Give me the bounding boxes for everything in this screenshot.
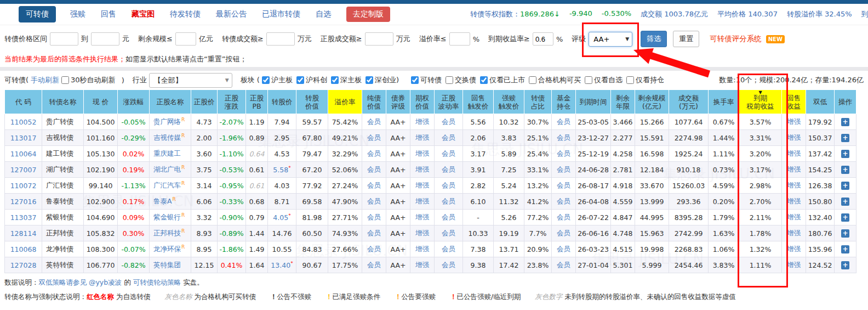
checkbox-沪主板[interactable]: 沪主板	[262, 75, 293, 85]
col-header-vol[interactable]: 正股 波动率	[435, 90, 463, 114]
stock-link[interactable]: 紫金银行	[153, 213, 181, 221]
bond-amount-input[interactable]	[266, 32, 295, 46]
fund-link[interactable]: 会员	[557, 149, 570, 157]
fund-link[interactable]: 会员	[557, 197, 570, 205]
code-link[interactable]: 113017	[10, 134, 37, 142]
opt-link[interactable]: 增强	[415, 213, 429, 221]
opt-link[interactable]: 增强	[415, 133, 429, 142]
checkbox-可转债[interactable]: 可转债	[411, 75, 442, 85]
col-header-pb[interactable]: 正股 PB	[246, 90, 268, 114]
vol-link[interactable]: 会员	[442, 261, 455, 269]
checkbox-input[interactable]	[331, 76, 339, 84]
col-header-ytm[interactable]: ▼到期 税前收益	[739, 90, 782, 114]
col-header-cv[interactable]: 转股 价值	[296, 90, 328, 114]
py-link[interactable]: 增强	[787, 165, 801, 173]
opt-link[interactable]: 增强	[415, 245, 429, 253]
vol-link[interactable]: 会员	[442, 229, 455, 237]
vol-link[interactable]: 会员	[442, 133, 455, 142]
expand-plus-icon[interactable]: +	[841, 213, 849, 222]
checkbox-仅看已上市[interactable]: 仅看已上市	[480, 75, 525, 85]
col-header-mat[interactable]: 到期时间	[576, 90, 611, 114]
stock-link[interactable]: 英特集团	[153, 261, 181, 269]
nav-tab-gonggao[interactable]: 最新公告	[216, 9, 247, 19]
nav-tab-dingzhiban[interactable]: 去定制版	[346, 7, 390, 22]
col-header-py[interactable]: 回售 收益	[782, 90, 806, 114]
auto-refresh-checkbox-input[interactable]	[61, 76, 69, 84]
fund-link[interactable]: 会员	[557, 245, 570, 253]
rating-select[interactable]: AA+	[589, 32, 632, 47]
col-header-price[interactable]: 现 价	[84, 90, 118, 114]
footer-link[interactable]: @yyb凌波	[87, 278, 122, 286]
expand-plus-icon[interactable]: +	[841, 118, 849, 126]
fund-link[interactable]: 会员	[557, 181, 570, 189]
checkbox-input[interactable]	[585, 76, 592, 84]
col-header-to[interactable]: 换手率	[709, 90, 739, 114]
opt-link[interactable]: 增强	[415, 149, 429, 157]
nav-tab-daifa[interactable]: 待发转债	[170, 9, 201, 19]
price-min-input[interactable]	[50, 32, 78, 46]
py-link[interactable]: 增强	[787, 133, 801, 142]
manual-refresh-link[interactable]: 手动刷新	[31, 75, 59, 85]
filter-button[interactable]: 筛选	[641, 31, 667, 47]
bond-link[interactable]: 会员	[367, 261, 381, 269]
fund-link[interactable]: 会员	[557, 133, 570, 142]
checkbox-仅看持仓[interactable]: 仅看持仓	[626, 75, 664, 85]
fund-link[interactable]: 会员	[557, 117, 570, 126]
py-link[interactable]: 增强	[787, 149, 801, 157]
opt-link[interactable]: 增强	[415, 165, 429, 173]
stock-link[interactable]: 鲁泰A	[153, 197, 172, 205]
py-link[interactable]: 增强	[787, 245, 801, 253]
checkbox-input[interactable]	[262, 76, 270, 84]
fund-link[interactable]: 会员	[557, 229, 570, 237]
code-link[interactable]: 110052	[10, 118, 37, 126]
expand-plus-icon[interactable]: +	[841, 182, 849, 190]
checkbox-仅看自选[interactable]: 仅看自选	[585, 75, 623, 85]
checkbox-input[interactable]	[626, 76, 634, 84]
vol-link[interactable]: 会员	[442, 149, 455, 157]
stock-link[interactable]: 贵广网络	[153, 117, 181, 126]
py-link[interactable]: 增强	[787, 181, 801, 189]
opt-link[interactable]: 增强	[415, 261, 429, 269]
checkbox-交换债[interactable]: 交换债	[446, 75, 476, 85]
checkbox-input[interactable]	[480, 76, 488, 84]
stock-amount-input[interactable]	[365, 32, 393, 46]
bond-link[interactable]: 会员	[367, 229, 381, 237]
premium-input[interactable]	[449, 32, 470, 46]
reset-button[interactable]: 重置	[673, 31, 699, 47]
checkbox-input[interactable]	[529, 76, 536, 84]
code-link[interactable]: 127028	[10, 261, 37, 269]
bond-link[interactable]: 会员	[367, 117, 381, 126]
nav-tab-kezhuanzhai[interactable]: 可转债	[19, 6, 56, 22]
checkbox-合格机构可买[interactable]: 合格机构可买	[529, 75, 581, 85]
nav-tab-zixuan[interactable]: 自选	[316, 9, 331, 19]
col-header-yrs[interactable]: 剩余 年限	[611, 90, 635, 114]
expand-plus-icon[interactable]: +	[841, 198, 849, 206]
expand-plus-icon[interactable]: +	[841, 261, 849, 269]
checkbox-深创业[interactable]: 深创业)	[366, 75, 399, 85]
code-link[interactable]: 110072	[10, 182, 37, 190]
price-max-input[interactable]	[91, 32, 119, 46]
col-header-fund[interactable]: 基金 持仓	[552, 90, 576, 114]
bond-link[interactable]: 会员	[367, 165, 381, 173]
col-header-size[interactable]: 剩余规模 (亿元)	[635, 90, 669, 114]
opt-link[interactable]: 增强	[415, 181, 429, 189]
col-header-sprice[interactable]: 正股价	[191, 90, 218, 114]
fund-link[interactable]: 会员	[557, 165, 570, 173]
code-link[interactable]: 110064	[10, 150, 37, 158]
checkbox-沪科创[interactable]: 沪科创	[296, 75, 327, 85]
col-header-name[interactable]: 转债名称	[42, 90, 84, 114]
fund-link[interactable]: 会员	[557, 213, 570, 221]
fund-link[interactable]: 会员	[557, 261, 570, 269]
footer-link[interactable]: 双低策略请参见	[39, 278, 87, 286]
vol-link[interactable]: 会员	[442, 165, 455, 173]
stock-link[interactable]: 龙净环保	[153, 245, 181, 253]
bond-link[interactable]: 会员	[367, 245, 381, 253]
expand-plus-icon[interactable]: +	[841, 150, 849, 158]
py-link[interactable]: 增强	[787, 213, 801, 221]
py-link[interactable]: 增强	[787, 261, 801, 269]
col-header-op[interactable]: 操作	[835, 90, 856, 114]
code-link[interactable]: 110068	[10, 245, 37, 253]
code-link[interactable]: 127016	[10, 198, 37, 206]
industry-select[interactable]: 【全部】	[149, 73, 232, 88]
expand-plus-icon[interactable]: +	[841, 134, 849, 142]
